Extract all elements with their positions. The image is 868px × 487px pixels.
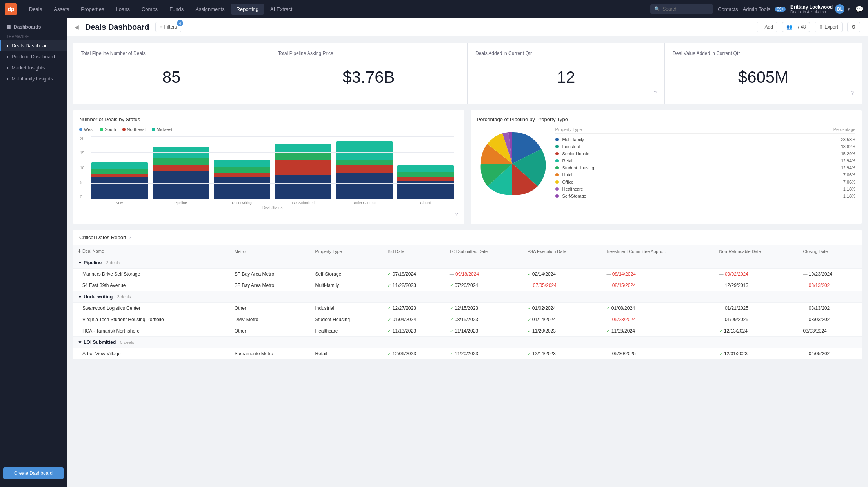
stat-value-3: $605M bbox=[673, 68, 854, 87]
deal-name: Mariners Drive Self Storage bbox=[73, 269, 230, 280]
nr-date: — 01/09/2025 bbox=[715, 314, 799, 325]
contacts-link[interactable]: Contacts bbox=[718, 6, 738, 12]
legend-west: West bbox=[79, 127, 94, 132]
settings-button[interactable]: ⚙ bbox=[847, 22, 860, 32]
nav-assets[interactable]: Assets bbox=[48, 4, 75, 15]
stat-value-2: 12 bbox=[475, 68, 657, 87]
loi-date: ✓ 11/14/2023 bbox=[445, 325, 523, 337]
stat-label-1: Total Pipeline Asking Price bbox=[278, 51, 459, 56]
nav-ai-extract[interactable]: AI Extract bbox=[265, 4, 298, 15]
close-date: — 10/23/2024 bbox=[799, 269, 862, 280]
bar-segment bbox=[153, 158, 209, 165]
export-button[interactable]: ⬆ Export bbox=[815, 22, 843, 32]
info-icon[interactable]: ? bbox=[455, 212, 458, 217]
col-metro[interactable]: Metro bbox=[230, 245, 311, 257]
bar-segment bbox=[214, 167, 270, 173]
user-count-button[interactable]: 👥 + / 48 bbox=[782, 22, 810, 32]
stat-value-1: $3.76B bbox=[278, 68, 459, 87]
header-actions: + Add 👥 + / 48 ⬆ Export ⚙ bbox=[757, 22, 860, 32]
bar-segment bbox=[397, 165, 454, 172]
export-icon: ⬆ bbox=[819, 24, 823, 30]
dashboard-icon: ▦ bbox=[6, 24, 11, 30]
sidebar-item-market-insights[interactable]: Market Insights bbox=[0, 62, 67, 73]
pie-chart-card: Percentage of Pipeline by Property Type bbox=[471, 110, 862, 224]
bar-segment bbox=[91, 169, 148, 174]
metro: SF Bay Area Metro bbox=[230, 280, 311, 291]
col-psa-date[interactable]: PSA Execution Date bbox=[523, 245, 602, 257]
sidebar-section-label: Teamwide bbox=[0, 31, 67, 40]
bar-segment bbox=[275, 152, 331, 160]
nav-reporting[interactable]: Reporting bbox=[231, 4, 264, 15]
stat-card-pipeline-count: Total Pipeline Number of Deals 85 bbox=[73, 43, 270, 104]
filters-button[interactable]: ≡ Filters 4 bbox=[155, 22, 181, 32]
bid-date: ✓ 12/06/2023 bbox=[383, 348, 445, 360]
app-logo[interactable]: dp bbox=[5, 3, 17, 15]
psa-date: ✓ 01/14/2024 bbox=[523, 314, 602, 325]
sidebar-collapse-button[interactable]: ◀ bbox=[75, 24, 79, 30]
nav-funds[interactable]: Funds bbox=[164, 4, 189, 15]
bar-segment bbox=[91, 162, 148, 169]
nr-date: — 12/29/2013 bbox=[715, 280, 799, 291]
deal-name: 54 East 39th Avenue bbox=[73, 280, 230, 291]
bar-segment bbox=[91, 174, 148, 177]
x-label-new: New bbox=[91, 201, 147, 205]
bar-segment bbox=[153, 147, 209, 158]
user-count-badge: 99+ bbox=[775, 7, 786, 12]
y-label-15: 15 bbox=[80, 151, 84, 155]
search-bar[interactable]: 🔍 bbox=[650, 4, 713, 14]
stat-card-deals-added: Deals Added in Current Qtr 12 ? bbox=[468, 43, 664, 104]
property-type: Self-Storage bbox=[311, 269, 383, 280]
group-row-loi: ▼ LOI Submitted 5 deals bbox=[73, 337, 862, 348]
nav-comps[interactable]: Comps bbox=[136, 4, 163, 15]
user-profile[interactable]: Brittany Lockwood Dealpath Acquisition B… bbox=[790, 4, 851, 14]
close-date: — 04/05/202 bbox=[799, 348, 862, 360]
nav-loans[interactable]: Loans bbox=[111, 4, 135, 15]
nr-date: — 01/21/2025 bbox=[715, 303, 799, 314]
bar-segment bbox=[275, 144, 331, 152]
col-ic-date[interactable]: Investment Committee Appro... bbox=[602, 245, 714, 257]
notifications-icon[interactable]: 💬 bbox=[855, 5, 863, 13]
bar-group-underwriting bbox=[214, 160, 270, 199]
x-label-underwriting: Underwriting bbox=[214, 201, 270, 205]
col-close-date[interactable]: Closing Date bbox=[799, 245, 862, 257]
create-dashboard-button[interactable]: Create Dashboard bbox=[3, 467, 64, 479]
col-nr-date[interactable]: Non-Refundable Date bbox=[715, 245, 799, 257]
nav-assignments[interactable]: Assignments bbox=[190, 4, 230, 15]
psa-date: ✓ 11/20/2023 bbox=[523, 325, 602, 337]
search-input[interactable] bbox=[662, 6, 710, 12]
metro: Other bbox=[230, 303, 311, 314]
x-label-under-contract: Under Contract bbox=[336, 201, 393, 205]
y-label-20: 20 bbox=[80, 136, 84, 141]
psa-date: ✓ 01/02/2024 bbox=[523, 303, 602, 314]
add-button[interactable]: + Add bbox=[757, 22, 777, 32]
bid-date: ✓ 07/18/2024 bbox=[383, 269, 445, 280]
table-scroll-container[interactable]: ⬇ Deal Name Metro Property Type Bid Date… bbox=[73, 245, 862, 360]
col-deal-name[interactable]: ⬇ Deal Name bbox=[73, 245, 230, 257]
col-loi-date[interactable]: LOI Submitted Date bbox=[445, 245, 523, 257]
admin-tools-link[interactable]: Admin Tools bbox=[743, 6, 771, 12]
group-row-underwriting: ▼ Underwriting 3 deals bbox=[73, 291, 862, 303]
bar-segment bbox=[214, 160, 270, 167]
ic-date: ✓ 01/08/2024 bbox=[602, 303, 714, 314]
sidebar-item-deals-dashboard[interactable]: Deals Dashboard bbox=[0, 40, 67, 51]
col-bid-date[interactable]: Bid Date bbox=[383, 245, 445, 257]
col-property-type[interactable]: Property Type bbox=[311, 245, 383, 257]
psa-date: ✓ 12/14/2023 bbox=[523, 348, 602, 360]
bar-segment bbox=[397, 172, 454, 177]
bid-date: ✓ 12/27/2023 bbox=[383, 303, 445, 314]
pie-item-1: Industrial 18.82% bbox=[555, 143, 856, 150]
sidebar-item-portfolio-dashboard[interactable]: Portfolio Dashboard bbox=[0, 51, 67, 62]
stat-label-2: Deals Added in Current Qtr bbox=[475, 51, 657, 56]
pie-item-7: Healthcare 1.18% bbox=[555, 185, 856, 193]
pie-item-2: Senior Housing 15.29% bbox=[555, 150, 856, 157]
nav-deals[interactable]: Deals bbox=[24, 4, 47, 15]
pie-item-4: Student Housing 12.94% bbox=[555, 164, 856, 171]
sidebar-item-multifamily-insights[interactable]: Multifamily Insights bbox=[0, 73, 67, 84]
pie-chart-area: Property Type Percentage Multi-family 23… bbox=[477, 127, 856, 200]
stat-cards: Total Pipeline Number of Deals 85 Total … bbox=[73, 43, 862, 104]
nav-properties[interactable]: Properties bbox=[75, 4, 109, 15]
deal-name: Virginia Tech Student Housing Portfolio bbox=[73, 314, 230, 325]
y-label-10: 10 bbox=[80, 166, 84, 170]
user-name: Brittany Lockwood bbox=[790, 4, 833, 10]
pie-item-5: Hotel 7.06% bbox=[555, 171, 856, 178]
